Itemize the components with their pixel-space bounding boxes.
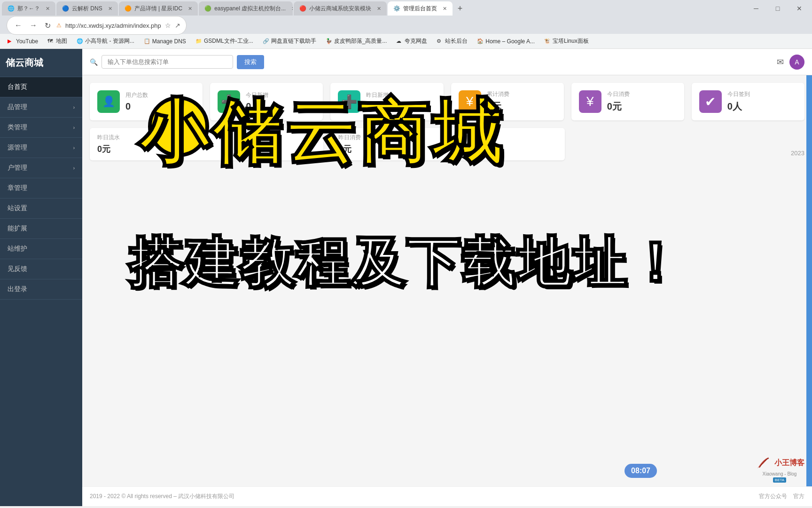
sidebar-item-logout-label: 出登录 xyxy=(8,285,27,294)
search-icon: 🔍 xyxy=(90,58,98,66)
bookmark-admin[interactable]: ⚙ 站长后台 xyxy=(433,36,471,47)
search-area: 🔍 搜索 xyxy=(90,55,264,69)
bookmark-baota-label: 宝塔Linux面板 xyxy=(553,37,589,45)
bookmark-gsdml[interactable]: 📁 GSDML文件-工业... xyxy=(192,36,257,47)
sidebar-item-resources[interactable]: 源管理 › xyxy=(0,138,82,158)
chevron-right-icon-4: › xyxy=(73,166,75,171)
bookmark-baota[interactable]: 🐮 宝塔Linux面板 xyxy=(540,36,593,47)
netdisk-icon: 🔗 xyxy=(263,38,269,45)
time-badge: 08:07 xyxy=(625,464,657,478)
yesterday-card-cashflow: 昨日流水 0元 xyxy=(90,128,323,160)
bookmark-star-icon[interactable]: ☆ xyxy=(165,22,171,29)
sidebar-item-extensions-label: 能扩展 xyxy=(8,224,27,233)
tab-2-icon: 🟠 xyxy=(125,5,132,12)
main-area: 🔍 搜索 ✉ A 👤 用户总数 0 ➕ 今日新增 xyxy=(82,49,812,506)
mail-icon[interactable]: ✉ xyxy=(777,57,784,67)
bookmark-netdisk-label: 网盘直链下载助手 xyxy=(271,37,316,45)
tab-3-close[interactable]: ✕ xyxy=(291,6,293,12)
stat-card-total-users: 👤 用户总数 0 xyxy=(90,83,203,120)
sidebar-item-categories[interactable]: 类管理 › xyxy=(0,118,82,138)
sidebar-item-products-label: 品管理 xyxy=(8,103,27,111)
tab-4-label: 小储云商城系统安装模块 xyxy=(309,5,371,13)
stat-card-yesterday-new: ➕ 昨日新增 0 xyxy=(330,83,443,120)
stat-card-today-signin: ✔ 今日签到 0人 xyxy=(692,83,804,120)
tab-1[interactable]: 🔵 云解析 DNS ✕ xyxy=(56,1,118,16)
bookmark-pipiya[interactable]: 🦆 皮皮鸭部落_高质量... xyxy=(322,36,391,47)
total-spend-icon: ¥ xyxy=(459,90,481,113)
new-tab-button[interactable]: + xyxy=(453,2,467,15)
today-signin-icon: ✔ xyxy=(699,90,722,113)
tab-5[interactable]: ⚙️ 管理后台首页 ✕ xyxy=(388,1,453,16)
tab-4-close[interactable]: ✕ xyxy=(377,6,381,12)
sidebar-item-users[interactable]: 户管理 › xyxy=(0,158,82,178)
sidebar-item-categories-label: 类管理 xyxy=(8,123,27,132)
search-button[interactable]: 搜索 xyxy=(237,55,264,69)
gsdml-icon: 📁 xyxy=(195,38,202,45)
stat-info-total-users: 用户总数 0 xyxy=(125,91,148,112)
bookmark-admin-label: 站长后台 xyxy=(445,37,468,45)
tab-4-icon: 🔴 xyxy=(299,5,306,12)
sidebar-item-extensions[interactable]: 能扩展 xyxy=(0,219,82,239)
tab-0-close[interactable]: ✕ xyxy=(46,6,50,12)
pipiya-icon: 🦆 xyxy=(326,38,332,45)
close-button[interactable]: ✕ xyxy=(789,1,810,16)
tab-2[interactable]: 🟠 产品详情 | 星辰IDC ✕ xyxy=(119,1,198,16)
yesterday-spend-value: 0元 xyxy=(338,143,557,155)
today-spend-label: 今日消费 xyxy=(607,90,630,98)
sidebar-item-feedback[interactable]: 见反馈 xyxy=(0,259,82,279)
watermark-name: 小王博客 xyxy=(774,458,804,468)
maximize-button[interactable]: □ xyxy=(767,1,789,16)
today-new-label: 今日新增 xyxy=(246,91,268,99)
yesterday-new-value: 0 xyxy=(366,101,389,112)
bookmark-quark-label: 夸克网盘 xyxy=(405,37,427,45)
share-icon[interactable]: ↗ xyxy=(175,22,180,29)
watermark-sub: Xiaowang - Blog xyxy=(763,471,797,476)
bookmark-map[interactable]: 🗺 地图 xyxy=(44,36,71,47)
today-new-value: 0 xyxy=(246,101,268,112)
page-content: 储云商城 台首页 品管理 › 类管理 › 源管理 › 户管理 › 章管理 站设置… xyxy=(0,49,812,506)
tab-5-close[interactable]: ✕ xyxy=(443,6,447,12)
bookmark-manage-dns-label: Manage DNS xyxy=(152,38,186,45)
minimize-button[interactable]: ─ xyxy=(745,1,767,16)
bookmark-youtube-label: YouTube xyxy=(16,38,38,45)
bookmark-quark[interactable]: ☁ 夸克网盘 xyxy=(392,36,431,47)
back-button[interactable]: ← xyxy=(13,19,24,32)
tab-0[interactable]: 🌐 那？←？ ✕ xyxy=(2,1,55,16)
tab-2-close[interactable]: ✕ xyxy=(188,6,192,12)
sidebar-item-logout[interactable]: 出登录 xyxy=(0,279,82,300)
tab-4[interactable]: 🔴 小储云商城系统安装模块 ✕ xyxy=(294,1,387,16)
reload-button[interactable]: ↻ xyxy=(43,19,53,32)
chevron-right-icon: › xyxy=(73,105,75,110)
search-input[interactable] xyxy=(102,55,233,69)
stat-info-today-spend: 今日消费 0元 xyxy=(607,90,630,113)
tab-5-icon: ⚙️ xyxy=(393,5,400,12)
today-new-icon: ➕ xyxy=(218,90,240,113)
sidebar-item-resources-label: 源管理 xyxy=(8,143,27,152)
total-spend-label: 累计消费 xyxy=(487,90,509,98)
forward-button[interactable]: → xyxy=(28,19,39,32)
avatar[interactable]: A xyxy=(789,55,804,70)
total-users-label: 用户总数 xyxy=(125,91,148,99)
bookmark-google[interactable]: 🏠 Home – Google A... xyxy=(473,37,539,46)
watermark: 小王博客 Xiaowang - Blog BETA xyxy=(755,454,804,483)
security-icon: ⚠ xyxy=(56,22,62,29)
tab-1-close[interactable]: ✕ xyxy=(108,6,112,12)
bookmark-netdisk[interactable]: 🔗 网盘直链下载助手 xyxy=(259,36,320,47)
address-text[interactable]: http://xc.xwdsj.xyz/admin/index.php xyxy=(65,22,161,29)
sidebar-item-settings[interactable]: 站设置 xyxy=(0,198,82,219)
bookmark-xiaogao[interactable]: 🌐 小高导航 - 资源网... xyxy=(73,36,138,47)
sidebar-item-maintenance[interactable]: 站维护 xyxy=(0,239,82,259)
tab-3[interactable]: 🟢 easypanel 虚拟主机控制台... ✕ xyxy=(199,1,293,16)
blue-strip xyxy=(806,75,812,506)
sidebar-item-home[interactable]: 台首页 xyxy=(0,77,82,97)
google-icon: 🏠 xyxy=(477,38,484,45)
bookmark-manage-dns[interactable]: 📋 Manage DNS xyxy=(140,37,190,46)
sidebar-item-home-label: 台首页 xyxy=(8,83,27,91)
sidebar-item-products[interactable]: 品管理 › xyxy=(0,97,82,118)
bookmarks-bar: ▶ YouTube 🗺 地图 🌐 小高导航 - 资源网... 📋 Manage … xyxy=(0,34,812,49)
sidebar-item-articles[interactable]: 章管理 xyxy=(0,178,82,198)
stat-info-today-signin: 今日签到 0人 xyxy=(727,90,750,113)
address-bar[interactable]: ← → ↻ ⚠ http://xc.xwdsj.xyz/admin/index.… xyxy=(7,16,187,35)
bookmark-youtube[interactable]: ▶ YouTube xyxy=(4,37,42,46)
overlay-subtitle: 搭建教程及下载地址！ xyxy=(129,228,684,299)
